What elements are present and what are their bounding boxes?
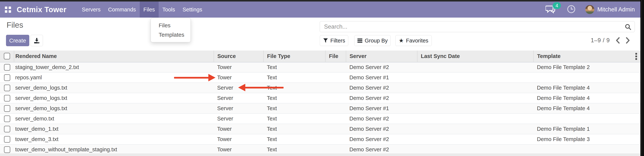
avatar — [585, 5, 594, 14]
below-table-area — [0, 153, 640, 156]
cell-rendered-name: server_demo_logs.txt — [14, 93, 214, 103]
brand-title[interactable]: Cetmix Tower — [17, 5, 66, 14]
cell-source: Tower — [214, 72, 264, 83]
table-row[interactable]: server_demo_logs.txt Server Text Demo Se… — [0, 93, 640, 103]
download-icon — [34, 38, 40, 44]
cell-source: Tower — [214, 144, 264, 153]
row-checkbox[interactable] — [4, 136, 10, 143]
cell-rendered-name: tower_demo_without_template_staging.txt — [14, 144, 214, 153]
menu-item-tools[interactable]: Tools — [159, 1, 179, 18]
pager-next-icon[interactable] — [626, 37, 630, 44]
row-checkbox[interactable] — [4, 74, 10, 81]
cell-file-type: Text — [264, 103, 326, 114]
menu-item-servers[interactable]: Servers — [78, 1, 104, 18]
cell-server: Demo Server #1 — [346, 72, 417, 83]
search-input[interactable] — [320, 21, 634, 32]
cell-file-type: Text — [264, 124, 326, 134]
column-options-icon[interactable] — [635, 53, 637, 60]
star-icon: ★ — [399, 38, 404, 43]
user-menu[interactable]: Mitchell Admin — [585, 5, 635, 14]
pager-value[interactable]: 1–9 / 9 — [591, 37, 610, 44]
dropdown-item-templates[interactable]: Templates — [151, 30, 190, 39]
cell-file-type: Text — [264, 72, 326, 83]
pager: 1–9 / 9 — [591, 37, 630, 44]
cell-file — [326, 114, 346, 124]
cell-file-type: Text — [264, 93, 326, 103]
dropdown-item-files[interactable]: Files — [151, 21, 190, 30]
create-button[interactable]: Create — [6, 35, 29, 46]
menu-item-commands[interactable]: Commands — [104, 1, 140, 18]
cell-last-sync-date — [417, 83, 534, 93]
messages-count-badge: 4 — [553, 2, 561, 9]
row-checkbox[interactable] — [4, 115, 10, 122]
cell-source: Tower — [214, 62, 264, 72]
column-header-source[interactable]: Source — [214, 51, 264, 62]
cell-file — [326, 103, 346, 114]
cell-last-sync-date — [417, 144, 534, 153]
row-checkbox[interactable] — [4, 126, 10, 132]
favorites-button[interactable]: ★ Favorites — [395, 35, 432, 46]
cell-last-sync-date — [417, 114, 534, 124]
cell-template: Demo File Template 4 — [534, 83, 640, 93]
cell-file — [326, 134, 346, 144]
cell-rendered-name: tower_demo_3.txt — [14, 134, 214, 144]
cell-last-sync-date — [417, 93, 534, 103]
files-list-view: Rendered Name Source File Type File Serv… — [0, 51, 640, 153]
cell-rendered-name: staging_tower_demo_2.txt — [14, 62, 214, 72]
column-header-file[interactable]: File — [326, 51, 346, 62]
table-row[interactable]: staging_tower_demo_2.txt Tower Text Demo… — [0, 62, 640, 72]
table-row[interactable]: repos.yaml Tower Text Demo Server #1 — [0, 72, 640, 83]
cell-template — [534, 144, 640, 153]
cell-template — [534, 72, 640, 83]
pager-previous-icon[interactable] — [616, 37, 620, 44]
row-checkbox[interactable] — [4, 84, 10, 91]
row-checkbox[interactable] — [4, 146, 10, 153]
cell-file — [326, 72, 346, 83]
column-header-server[interactable]: Server — [346, 51, 417, 62]
cell-file — [326, 124, 346, 134]
table-row[interactable]: server_demo_logs.txt Server Text Demo Se… — [0, 83, 640, 93]
cell-rendered-name: server_demo_logs.txt — [14, 83, 214, 93]
cell-server: Demo Server #2 — [346, 134, 417, 144]
export-button[interactable] — [30, 35, 43, 46]
files-menu-dropdown: Files Templates — [150, 18, 191, 42]
page-title: Files — [6, 21, 23, 30]
group-by-button[interactable]: Group By — [354, 35, 391, 46]
table-row[interactable]: tower_demo_without_template_staging.txt … — [0, 144, 640, 153]
search-icon[interactable] — [624, 23, 632, 31]
filters-button[interactable]: Filters — [320, 35, 348, 46]
column-header-file-type[interactable]: File Type — [264, 51, 326, 62]
group-by-icon — [357, 38, 362, 43]
row-checkbox[interactable] — [4, 95, 10, 102]
table-row[interactable]: tower_demo_3.txt Tower Text Demo Server … — [0, 134, 640, 144]
search-box — [320, 21, 635, 32]
menu-item-files[interactable]: Files — [140, 1, 159, 18]
column-header-rendered-name[interactable]: Rendered Name — [14, 51, 214, 62]
table-row[interactable]: server_demo_logs.txt Server Text Demo Se… — [0, 103, 640, 114]
cell-template: Demo File Template 1 — [534, 124, 640, 134]
row-checkbox[interactable] — [4, 105, 10, 112]
cell-rendered-name: server_demo_logs.txt — [14, 103, 214, 114]
cell-template: Demo File Template 4 — [534, 103, 640, 114]
cell-source: Tower — [214, 134, 264, 144]
cell-server: Demo Server #2 — [346, 114, 417, 124]
cell-file-type: Text — [264, 114, 326, 124]
window-right-edge — [640, 0, 644, 156]
activities-icon[interactable] — [567, 5, 576, 14]
column-header-template[interactable]: Template — [534, 51, 640, 62]
cell-file — [326, 144, 346, 153]
table-row[interactable]: server_demo.txt Server Text Demo Server … — [0, 114, 640, 124]
cell-server: Demo Server #2 — [346, 62, 417, 72]
table-row[interactable]: tower_demo_1.txt Tower Text Demo Server … — [0, 124, 640, 134]
funnel-icon — [323, 38, 328, 43]
apps-grid-icon[interactable] — [5, 6, 11, 13]
cell-template: Demo File Template 2 — [534, 62, 640, 72]
column-header-last-sync-date[interactable]: Last Sync Date — [417, 51, 534, 62]
cell-server: Demo Server #2 — [346, 93, 417, 103]
clock-icon — [567, 5, 576, 13]
select-all-checkbox[interactable] — [4, 53, 10, 60]
menu-item-settings[interactable]: Settings — [179, 1, 206, 18]
cell-server: Demo Server #2 — [346, 124, 417, 134]
messages-icon[interactable]: 4 — [546, 5, 556, 14]
row-checkbox[interactable] — [4, 64, 10, 71]
